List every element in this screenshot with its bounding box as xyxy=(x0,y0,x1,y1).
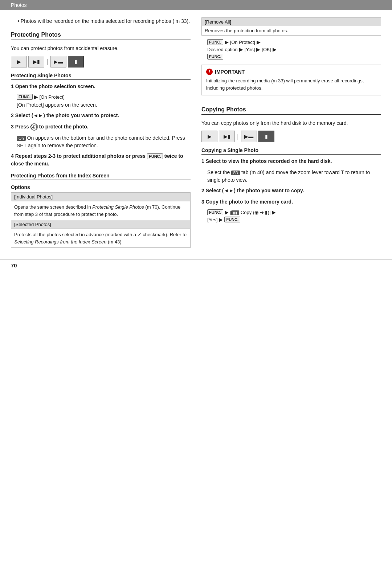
remove-all-body: Removes the protection from all photos. xyxy=(202,26,381,35)
important-box: ! IMPORTANT Initializing the recording m… xyxy=(201,65,381,95)
page-number: 70 xyxy=(11,262,17,268)
option1-body: Opens the same screen described in Prote… xyxy=(11,201,190,220)
copy-step-3: 3 Copy the photo to the memory card. xyxy=(201,198,381,206)
option1-header: [Individual Photos] xyxy=(11,193,190,201)
protecting-intro: You can protect photos from accidental e… xyxy=(11,45,191,52)
option-selected: [Selected Photos] Protects all the photo… xyxy=(11,220,191,248)
right-column: [Remove All] Removes the protection from… xyxy=(201,17,381,248)
header-title: Photos xyxy=(11,2,27,8)
copy-func-badge-end: FUNC. xyxy=(224,217,240,222)
tab-separator: | xyxy=(46,58,48,66)
option2-body: Protects all the photos selected in adva… xyxy=(11,229,190,247)
tab-video-copy: ▶ xyxy=(201,131,217,142)
copy-step-2: 2 Select (◄►) the photo you want to copy… xyxy=(201,187,381,194)
page-content: Photos will be recorded on the media sel… xyxy=(0,10,392,259)
copy-icon: ▮▮ xyxy=(231,210,239,215)
page-header: Photos xyxy=(0,0,392,10)
func-protect-end: FUNC. xyxy=(207,54,381,60)
options-label: Options xyxy=(11,184,191,190)
tab-index-copy: ▶▬ xyxy=(241,131,257,142)
func-badge-r1: FUNC. xyxy=(207,39,223,45)
important-text: Initializing the recording media (m 33) … xyxy=(206,77,376,91)
option2-header: [Selected Photos] xyxy=(11,220,190,229)
remove-all-box: [Remove All] Removes the protection from… xyxy=(201,17,381,36)
tab-sep-copy: | xyxy=(237,133,239,140)
sub-index: Protecting Photos from the Index Screen xyxy=(11,173,191,180)
arrow-1: ▶ xyxy=(34,94,38,100)
important-title: ! IMPORTANT xyxy=(206,69,376,75)
tab-photo: ▶▮ xyxy=(28,56,44,67)
page-footer: 70 xyxy=(0,259,392,271)
func-protect-line1: FUNC. ▶ [On Protect] ▶ xyxy=(207,39,381,45)
copy-label: Copy xyxy=(241,210,252,215)
step1-protect: [On Protect] xyxy=(40,94,65,100)
section-copying: Copying Photos xyxy=(201,106,381,115)
left-column: Photos will be recorded on the media sel… xyxy=(11,17,191,248)
step1-detail: [On Protect] appears on the screen. xyxy=(17,101,191,109)
tab-active-copy: ▮ xyxy=(258,131,274,142)
func-badge-1: FUNC. xyxy=(17,94,33,100)
option-individual: [Individual Photos] Opens the same scree… xyxy=(11,192,191,220)
step-3: 3 Press SET to protect the photo. xyxy=(11,123,191,131)
important-icon: ! xyxy=(206,69,213,75)
icon-tabs-copy: ▶ ▶▮ | ▶▬ ▮ xyxy=(201,131,381,142)
set-badge: SET xyxy=(30,123,38,131)
step-2: 2 Select (◄►) the photo you want to prot… xyxy=(11,112,191,119)
copy-yes-line: [Yes] ▶ FUNC. xyxy=(207,217,381,222)
tab-video: ▶ xyxy=(11,56,27,67)
sub-single: Protecting Single Photos xyxy=(11,73,191,80)
tab-active: ▮ xyxy=(68,56,84,67)
step1-func-line: FUNC. ▶ [On Protect] xyxy=(17,94,191,100)
sd-icon: SD xyxy=(231,171,240,175)
tab-photo-copy: ▶▮ xyxy=(219,131,235,142)
copy-step-1: 1 Select to view the photos recorded on … xyxy=(201,157,381,165)
copy-func-line: FUNC. ▶ [▮▮ Copy (◉ ➔ ▮)] ▶ xyxy=(207,209,381,215)
on-icon: On xyxy=(17,136,26,141)
bullet-intro: Photos will be recorded on the media sel… xyxy=(17,17,191,25)
func-badge-r2: FUNC. xyxy=(207,54,223,60)
step3-detail: On On appears on the bottom bar and the … xyxy=(17,134,191,149)
sub-single-copy: Copying a Single Photo xyxy=(201,147,381,155)
remove-all-header: [Remove All] xyxy=(202,18,381,26)
step-1: 1 Open the photo selection screen. xyxy=(11,83,191,90)
func-protect-line2: Desired option ▶ [Yes] ▶ [OK] ▶ xyxy=(207,46,381,52)
section-protecting: Protecting Photos xyxy=(11,32,191,40)
func-badge-4: FUNC. xyxy=(147,153,163,159)
step-4: 4 Repeat steps 2-3 to protect additional… xyxy=(11,152,191,168)
icon-tabs-protect: ▶ ▶▮ | ▶▬ ▮ xyxy=(11,56,191,67)
tab-index: ▶▬ xyxy=(50,56,66,67)
copy-func-badge: FUNC. xyxy=(207,209,223,215)
copying-intro: You can copy photos only from the hard d… xyxy=(201,119,381,127)
copy-step1-detail: Select the SD tab (m 40) and move the zo… xyxy=(207,169,381,184)
